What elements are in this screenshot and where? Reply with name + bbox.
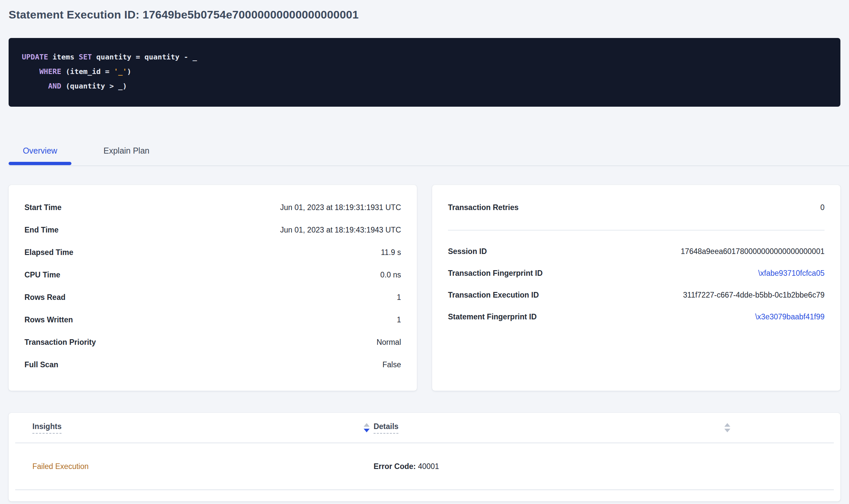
sort-icon[interactable] [724,423,730,432]
stat-label: Start Time [24,203,62,212]
sql-statement-block: UPDATE items SET quantity = quantity - _… [8,38,841,107]
tab-explain-plan[interactable]: Explain Plan [103,146,150,165]
insights-table-card: Insights Details Failed Execution Error … [8,413,841,501]
sql-text [22,82,48,90]
stat-row-transaction-execution-id: Transaction Execution ID 311f7227-c667-4… [448,284,825,306]
sql-keyword: SET [79,53,92,61]
stat-label: Session ID [448,247,487,256]
stat-label: Transaction Fingerprint ID [448,269,542,278]
insights-column-label: Insights [32,422,62,434]
stat-label: Rows Written [24,316,73,324]
card-divider [448,230,825,231]
insights-table-row: Failed Execution Error Code: 40001 [15,443,834,490]
stat-label: CPU Time [24,270,60,280]
error-code-text: Error Code: 40001 [374,462,439,471]
stat-row-cpu-time: CPU Time 0.0 ns [24,264,401,286]
stat-label: Statement Fingerprint ID [448,312,537,321]
stat-row-statement-fingerprint-id: Statement Fingerprint ID \x3e3079baabf41… [448,306,825,328]
error-code-label: Error Code: [374,462,416,471]
stat-value: 0.0 ns [380,270,401,280]
stat-value: Normal [377,338,401,347]
stat-label: Rows Read [24,293,66,302]
overview-stats-card: Start Time Jun 01, 2023 at 18:19:31:1931… [8,185,417,391]
column-header-details[interactable]: Details [374,422,730,434]
transaction-execution-id-value: 311f7227-c667-4dde-b5bb-0c1b2bbe6c79 [683,291,825,300]
stat-value: Jun 01, 2023 at 18:19:43:1943 UTC [280,226,401,234]
sort-icon[interactable] [364,423,370,432]
stat-row-rows-written: Rows Written 1 [24,308,401,331]
sql-text: quantity = quantity - _ [92,53,197,61]
stat-label: Elapsed Time [24,248,73,257]
column-header-insights[interactable]: Insights [32,422,370,434]
stat-row-transaction-retries: Transaction Retries 0 [448,196,825,219]
stat-label: Full Scan [24,360,58,369]
stat-value: Jun 01, 2023 at 18:19:31:1931 UTC [280,203,401,212]
stat-value: 0 [820,203,825,212]
transaction-stats-card: Transaction Retries 0 Session ID 17648a9… [432,185,841,391]
transaction-fingerprint-link[interactable]: \xfabe93710fcfca05 [758,269,825,278]
stat-label: End Time [24,226,58,234]
details-column-label: Details [374,422,398,434]
stat-label: Transaction Execution ID [448,291,539,300]
stat-value: 1 [397,293,401,302]
session-id-value: 17648a9eea601780000000000000000001 [681,247,825,256]
stat-row-session-id: Session ID 17648a9eea6017800000000000000… [448,240,825,262]
stat-value: 11.9 s [381,248,401,257]
stat-row-transaction-fingerprint-id: Transaction Fingerprint ID \xfabe93710fc… [448,262,825,284]
sql-text [22,67,39,76]
sql-text: (item_id = [61,67,114,76]
tab-bar: Overview Explain Plan [8,146,849,166]
statement-execution-page: Statement Execution ID: 17649be5b0754e70… [0,0,849,504]
insight-cell: Failed Execution [32,462,370,471]
sql-string-literal: '_' [114,67,127,76]
stat-row-end-time: End Time Jun 01, 2023 at 18:19:43:1943 U… [24,219,401,241]
stat-row-rows-read: Rows Read 1 [24,286,401,308]
sql-line: UPDATE items SET quantity = quantity - _ [22,50,827,65]
stat-row-full-scan: Full Scan False [24,354,401,376]
sql-line: WHERE (item_id = '_') [22,65,827,79]
page-title: Statement Execution ID: 17649be5b0754e70… [8,0,841,21]
sql-text: ) [127,67,131,76]
sql-keyword: UPDATE [22,53,48,61]
sql-keyword: AND [48,82,61,90]
error-code-value: 40001 [418,462,439,471]
details-cell: Error Code: 40001 [374,462,730,471]
summary-cards-row: Start Time Jun 01, 2023 at 18:19:31:1931… [8,185,841,391]
stat-value: 1 [397,316,401,324]
stat-value: False [382,360,401,369]
sql-text: (quantity > _) [61,82,127,90]
stat-row-start-time: Start Time Jun 01, 2023 at 18:19:31:1931… [24,196,401,219]
stat-label: Transaction Retries [448,203,518,212]
stat-label: Transaction Priority [24,338,96,347]
stat-row-transaction-priority: Transaction Priority Normal [24,331,401,354]
insights-table-header: Insights Details [15,413,834,443]
stat-row-elapsed-time: Elapsed Time 11.9 s [24,241,401,264]
sql-text: items [48,53,79,61]
statement-fingerprint-link[interactable]: \x3e3079baabf41f99 [755,312,825,321]
sql-keyword: WHERE [39,67,61,76]
tab-overview[interactable]: Overview [8,146,71,165]
sql-line: AND (quantity > _) [22,79,827,93]
failed-execution-badge: Failed Execution [32,462,89,471]
